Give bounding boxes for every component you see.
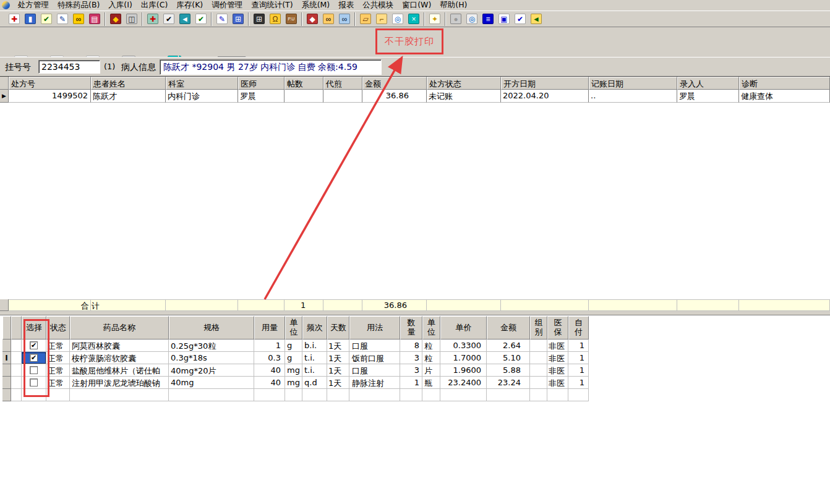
menu-item[interactable]: 出库(C) (137, 0, 172, 11)
drug-col-header[interactable]: 用法 (349, 316, 400, 340)
folder-find-icon[interactable]: ∞ (320, 12, 336, 27)
folder-new-icon[interactable]: ✦ (427, 12, 443, 27)
drug-row[interactable]: ✔正常阿莫西林胶囊0.25g*30粒1gb.i.1天口服8粒0.33002.64… (2, 340, 589, 352)
drug-cell (530, 389, 547, 401)
clipboard-exit-icon[interactable]: ◄ (528, 12, 544, 27)
drug-col-header[interactable]: 规格 (169, 316, 254, 340)
list-icon[interactable]: ≡ (480, 12, 496, 27)
drug-col-header[interactable]: 状态 (46, 316, 70, 340)
rx-col-header[interactable]: 金额 (362, 77, 427, 90)
menu-item[interactable]: 调价管理 (207, 0, 247, 11)
menu-item[interactable]: 处方管理 (14, 0, 53, 11)
drug-col-header[interactable]: 频次 (302, 316, 327, 340)
drug-col-header[interactable]: 医 保 (547, 316, 568, 340)
drug-cell: 5.10 (487, 352, 530, 364)
page-verify-icon[interactable]: ✔ (512, 12, 528, 27)
audit-book-icon[interactable]: ◆ (108, 12, 124, 27)
page-check-icon[interactable]: ✔ (193, 12, 209, 27)
bell-icon[interactable]: Ω (267, 12, 283, 27)
drug-cell[interactable] (22, 364, 46, 377)
menu-item[interactable]: 窗口(W) (398, 0, 435, 11)
rx-col-header[interactable]: 患者姓名 (91, 77, 166, 90)
prescription-row[interactable]: ▶1499502陈跃才内科门诊罗晨36.86未记账2022.04.20..罗晨健… (0, 90, 830, 103)
folder-open-icon[interactable]: ▱ (357, 12, 374, 27)
drug-col-header[interactable]: 单 位 (285, 316, 302, 340)
card-reader-icon[interactable]: ✚ (6, 12, 22, 27)
clipboard-add-icon[interactable]: ✚ (145, 12, 161, 27)
drug-cell[interactable] (22, 377, 46, 389)
drug-select-checkbox[interactable]: ✔ (30, 354, 38, 362)
calendar-find2-icon[interactable]: ∞ (336, 12, 353, 27)
drug-col-header[interactable]: 单 位 (422, 316, 440, 340)
drug-row[interactable]: I✔正常桉柠蒎肠溶软胶囊0.3g*18s0.3gt.i.1天饭前口服3粒1.70… (2, 352, 589, 364)
drug-cell: 正常 (46, 377, 70, 389)
drug-col-header[interactable]: 自 付 (568, 316, 589, 340)
keypad-icon[interactable]: ⊞ (251, 12, 267, 27)
menu-item[interactable]: 帮助(H) (435, 0, 471, 11)
rx-col-header[interactable]: 诊断 (739, 77, 830, 90)
drug-cell: 非医 (547, 340, 568, 352)
drug-row[interactable]: 正常注射用甲泼尼龙琥珀酸钠40mg40mgq.d1天静脉注射1瓶23.24002… (2, 377, 589, 389)
cascade-windows-icon[interactable]: ▣ (496, 12, 512, 27)
drug-cell: 正常 (46, 364, 70, 377)
clipboard-check-icon[interactable]: ✔ (161, 12, 177, 27)
drug-select-checkbox[interactable]: ✔ (30, 341, 38, 349)
calendar-find-icon[interactable]: ⊞ (230, 12, 246, 27)
rx-cell: .. (589, 90, 677, 103)
menu-item[interactable]: 系统(M) (297, 0, 335, 11)
drug-col-header[interactable]: 选择 (22, 316, 46, 340)
menu-item[interactable]: 特殊药品(B) (53, 0, 104, 11)
drug-col-header[interactable]: 用量 (254, 316, 285, 340)
note-save-icon[interactable]: ◄ (177, 12, 193, 27)
binoculars-icon[interactable]: ∞ (71, 12, 87, 27)
rx-col-header[interactable]: 录入人 (677, 77, 739, 90)
search-icon[interactable]: ◎ (464, 12, 480, 27)
menu-item[interactable]: 查询统计(T) (247, 0, 297, 11)
drug-col-header[interactable]: 金额 (487, 316, 530, 340)
kettle-icon[interactable]: ◆ (304, 12, 320, 27)
drug-cell: 0.3g*18s (169, 352, 254, 364)
new-item-icon[interactable]: ◫ (124, 12, 140, 27)
rx-cell: 2022.04.20 (501, 90, 589, 103)
close-box-icon[interactable]: × (406, 12, 422, 27)
drug-cell[interactable]: ✔ (22, 352, 46, 364)
erase-disabled-icon[interactable]: ● (448, 12, 464, 27)
drug-col-header[interactable]: 数 量 (400, 316, 422, 340)
drug-col-header[interactable]: 单价 (440, 316, 487, 340)
pu-label-icon[interactable]: P.U (283, 12, 299, 27)
rx-col-header[interactable]: 帖数 (285, 77, 323, 90)
drug-cell (22, 389, 46, 401)
drug-col-header[interactable]: 药品名称 (70, 316, 169, 340)
rx-col-header[interactable]: 代煎 (323, 77, 362, 90)
drug-col-header[interactable]: 组 别 (530, 316, 547, 340)
drug-row-indicator (2, 340, 11, 352)
bottle-icon[interactable]: ▮ (22, 12, 38, 27)
total-tie-count: 1 (301, 301, 306, 310)
edit-note-icon: ✎ (57, 14, 68, 24)
menu-item[interactable]: 公共模块 (358, 0, 398, 11)
rx-col-header[interactable]: 处方状态 (427, 77, 501, 90)
menu-item[interactable]: 库存(K) (172, 0, 207, 11)
drug-cell (11, 340, 22, 352)
approve-pad-icon[interactable]: ✔ (38, 12, 54, 27)
menu-item[interactable]: 报表 (334, 0, 358, 11)
drug-select-checkbox[interactable] (30, 366, 38, 374)
drug-select-checkbox[interactable] (30, 378, 38, 387)
menu-item[interactable]: 入库(I) (104, 0, 136, 11)
report-icon[interactable]: ▤ (87, 12, 103, 27)
drug-cell: 1天 (327, 364, 349, 377)
rx-col-header[interactable]: 处方号 (9, 77, 91, 90)
reg-no-input[interactable] (38, 60, 100, 74)
rx-col-header[interactable]: 医师 (238, 77, 285, 90)
magnifier-snow-icon[interactable]: ◎ (390, 12, 406, 27)
edit-note-icon[interactable]: ✎ (54, 12, 71, 27)
key-icon[interactable]: ⌐ (374, 12, 390, 27)
calendar-edit-icon[interactable]: ✎ (214, 12, 230, 27)
drug-cell (530, 364, 547, 377)
rx-col-header[interactable]: 开方日期 (501, 77, 589, 90)
rx-col-header[interactable]: 科室 (166, 77, 238, 90)
rx-col-header[interactable]: 记账日期 (589, 77, 677, 90)
drug-cell[interactable]: ✔ (22, 340, 46, 352)
drug-row[interactable]: 正常盐酸屈他维林片（诺仕帕40mg*20片40mgt.i.1天口服3片1.960… (2, 364, 589, 377)
drug-col-header[interactable]: 天数 (327, 316, 349, 340)
